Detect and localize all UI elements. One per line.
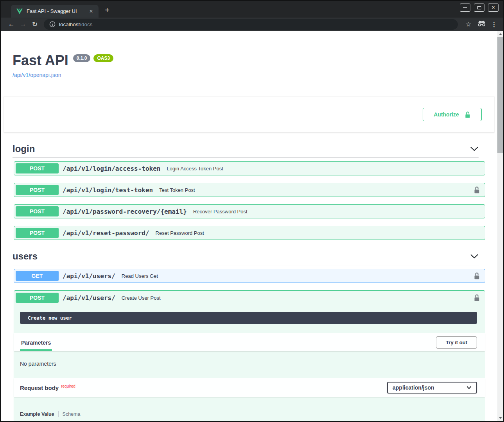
tab-schema[interactable]: Schema [63, 411, 81, 417]
auth-lock-icon[interactable] [474, 294, 480, 302]
reload-button[interactable]: ↻ [29, 20, 41, 29]
swagger-page: Fast API 0.1.0 OAS3 /api/v1/openapi.json… [1, 31, 497, 421]
endpoint-block-create-user: POST /api/v1/users/ Create User Post Cre… [14, 290, 485, 421]
scrollbar-up-arrow[interactable] [497, 31, 503, 37]
request-body-label: Request bodyrequired [20, 384, 75, 391]
endpoint-path: /api/v1/users/ [63, 272, 115, 280]
incognito-icon [476, 20, 488, 28]
media-type-value: application/json [393, 384, 434, 391]
maximize-button[interactable] [474, 4, 484, 12]
chevron-down-icon [466, 386, 472, 389]
close-icon: ✕ [491, 5, 495, 10]
endpoint-path: /api/v1/reset-password/ [63, 229, 149, 237]
endpoint-row-password-recovery[interactable]: POST /api/v1/password-recovery/{email} R… [14, 204, 485, 218]
endpoint-row-reset-password[interactable]: POST /api/v1/reset-password/ Reset Passw… [14, 226, 485, 240]
bookmark-star-icon[interactable]: ☆ [463, 20, 474, 29]
url-path: /docs [80, 21, 92, 27]
chevron-down-icon[interactable] [470, 254, 479, 259]
endpoint-path: /api/v1/login/test-token [63, 186, 153, 194]
tab-example-value[interactable]: Example Value [20, 411, 54, 417]
endpoint-summary: Create User Post [122, 295, 161, 301]
method-badge: POST [16, 206, 59, 216]
tab-strip: Fast API - Swagger UI ✕ + ✕ [1, 1, 503, 18]
site-info-icon[interactable] [49, 21, 56, 27]
maximize-icon [477, 6, 481, 9]
chevron-down-icon[interactable] [470, 147, 479, 151]
toolbar-actions: ☆ ⋮ [463, 20, 499, 29]
endpoint-row-read-users[interactable]: GET /api/v1/users/ Read Users Get [14, 269, 485, 283]
parameters-header: Parameters Try it out [14, 333, 485, 351]
section-title: login [13, 143, 35, 154]
favicon-icon [16, 9, 23, 14]
section-header-users[interactable]: users [13, 251, 479, 265]
minimize-icon [463, 7, 467, 8]
browser-tab[interactable]: Fast API - Swagger UI ✕ [11, 5, 99, 18]
endpoint-summary: Recover Password Post [193, 209, 248, 215]
close-button[interactable]: ✕ [488, 4, 499, 12]
new-tab-button[interactable]: + [102, 5, 113, 16]
endpoint-path: /api/v1/users/ [63, 294, 115, 302]
endpoint-summary: Reset Password Post [156, 230, 204, 236]
operation-description: Create new user [20, 312, 477, 324]
endpoint-path: /api/v1/password-recovery/{email} [63, 208, 187, 215]
method-badge: POST [16, 293, 59, 303]
auth-lock-icon[interactable] [474, 272, 480, 280]
url-bar[interactable]: localhost/docs [44, 19, 458, 30]
media-type-select[interactable]: application/json [387, 382, 477, 393]
endpoint-summary: Test Token Post [159, 187, 195, 193]
browser-menu-icon[interactable]: ⋮ [489, 21, 499, 28]
endpoint-row-create-user[interactable]: POST /api/v1/users/ Create User Post [14, 291, 485, 305]
no-parameters-text: No parameters [20, 361, 485, 367]
tab-title: Fast API - Swagger UI [27, 8, 88, 14]
tab-parameters[interactable]: Parameters [20, 334, 52, 351]
section-header-login[interactable]: login [13, 143, 479, 158]
model-example-tabs: Example Value Schema [20, 411, 485, 417]
url-host: localhost [59, 21, 80, 27]
section-title: users [13, 251, 38, 262]
window-controls: ✕ [460, 4, 499, 12]
authorize-button[interactable]: Authorize [423, 108, 482, 121]
auth-lock-icon[interactable] [474, 186, 480, 194]
method-badge: GET [16, 271, 59, 281]
required-label: required [61, 384, 75, 388]
endpoint-path: /api/v1/login/access-token [63, 165, 160, 172]
oas-badge: OAS3 [93, 54, 113, 62]
endpoint-row-login-test-token[interactable]: POST /api/v1/login/test-token Test Token… [14, 183, 485, 197]
try-it-out-button[interactable]: Try it out [436, 336, 477, 349]
version-badge: 0.1.0 [73, 54, 91, 62]
page-scrollbar[interactable] [497, 31, 503, 421]
unlock-icon [465, 111, 471, 118]
endpoint-summary: Read Users Get [122, 273, 158, 279]
method-badge: POST [16, 185, 59, 195]
page-title-row: Fast API 0.1.0 OAS3 [13, 52, 486, 69]
api-info: Fast API 0.1.0 OAS3 /api/v1/openapi.json [13, 52, 486, 79]
scrollbar-down-arrow[interactable] [497, 415, 503, 420]
page-title: Fast API [13, 52, 68, 69]
authorize-label: Authorize [434, 111, 459, 118]
method-badge: POST [16, 163, 59, 173]
endpoint-row-login-access-token[interactable]: POST /api/v1/login/access-token Login Ac… [14, 161, 485, 175]
method-badge: POST [16, 228, 59, 238]
url-text[interactable]: localhost/docs [59, 21, 93, 27]
browser-toolbar: ← → ↻ localhost/docs ☆ ⋮ [1, 18, 503, 31]
tab-divider [58, 411, 59, 417]
browser-window: Fast API - Swagger UI ✕ + ✕ ← → ↻ localh… [0, 0, 504, 422]
tab-close-icon[interactable]: ✕ [88, 8, 95, 15]
openapi-spec-link[interactable]: /api/v1/openapi.json [13, 72, 61, 78]
back-button[interactable]: ← [5, 20, 17, 28]
request-body-header: Request bodyrequired application/json [14, 378, 485, 397]
minimize-button[interactable] [460, 4, 470, 12]
forward-button[interactable]: → [17, 20, 29, 28]
scheme-container: Authorize [4, 96, 494, 132]
scrollbar-thumb[interactable] [497, 37, 503, 153]
endpoint-summary: Login Access Token Post [167, 166, 223, 172]
